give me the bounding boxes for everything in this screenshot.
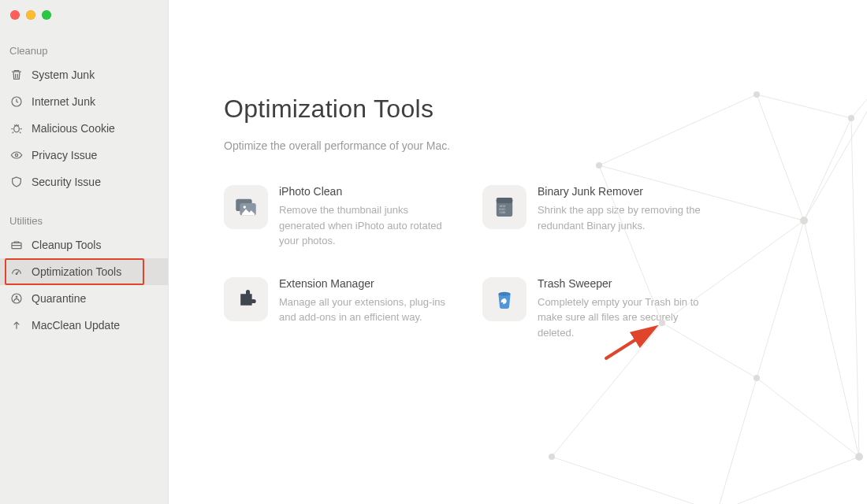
trash-icon [9, 68, 24, 82]
tool-title: Binary Junk Remover [538, 185, 711, 198]
tool-binary-junk-remover[interactable]: 101001011100 Binary Junk Remover Shrink … [482, 185, 727, 249]
sidebar-item-label: Cleanup Tools [32, 239, 101, 251]
sidebar-item-security-issue[interactable]: Security Issue [0, 169, 168, 195]
svg-point-15 [855, 453, 863, 461]
tool-desc: Shrink the app size by removing the redu… [538, 202, 711, 233]
main-content: Optimization Tools Optimize the overall … [169, 0, 867, 504]
sidebar-item-label: Optimization Tools [32, 265, 121, 278]
window-controls [10, 10, 51, 20]
sidebar-item-label: Privacy Issue [32, 149, 97, 161]
tool-desc: Completely empty your Trash bin to make … [538, 295, 711, 341]
photos-icon [224, 185, 268, 229]
sidebar-item-label: System Junk [32, 69, 95, 81]
sidebar-item-macclean-update[interactable]: MacClean Update [0, 312, 168, 339]
tool-desc: Remove the thumbnail junks generated whe… [279, 202, 452, 249]
tool-desc: Manage all your extensions, plug-ins and… [279, 295, 452, 325]
update-arrow-icon [9, 318, 24, 332]
svg-point-25 [498, 291, 510, 295]
sidebar-item-label: Malicious Cookie [32, 122, 115, 135]
sidebar-section-cleanup: System Junk Internet Junk Malicious Cook… [0, 57, 168, 195]
svg-text:1010: 1010 [499, 205, 505, 208]
zoom-window-button[interactable] [42, 10, 51, 20]
quarantine-icon [9, 291, 24, 306]
svg-point-7 [549, 454, 555, 460]
sidebar-item-system-junk[interactable]: System Junk [0, 61, 168, 88]
sidebar-section-utilities-title: Utilities [0, 211, 168, 227]
tool-extension-manager[interactable]: Extension Manager Manage all your extens… [224, 277, 468, 341]
svg-text:0101: 0101 [499, 208, 505, 211]
tool-title: Extension Manager [279, 277, 452, 290]
gauge-icon [9, 265, 24, 279]
sidebar-item-label: Security Issue [32, 176, 101, 188]
page-subtitle: Optimize the overall performance of your… [224, 139, 867, 152]
binary-icon: 101001011100 [482, 185, 527, 229]
svg-text:1100: 1100 [499, 212, 505, 215]
sidebar-item-privacy-issue[interactable]: Privacy Issue [0, 142, 168, 169]
sidebar-section-utilities: Cleanup Tools Optimization Tools Quarant… [0, 227, 168, 339]
sidebar: Cleanup System Junk Internet Junk Malici… [0, 0, 169, 504]
sidebar-item-cleanup-tools[interactable]: Cleanup Tools [0, 232, 168, 258]
eye-icon [9, 148, 24, 162]
sidebar-item-quarantine[interactable]: Quarantine [0, 285, 168, 312]
globe-clock-icon [9, 94, 24, 109]
toolbox-icon [9, 238, 24, 252]
svg-point-4 [16, 273, 17, 275]
sidebar-item-optimization-tools[interactable]: Optimization Tools [0, 258, 168, 285]
minimize-window-button[interactable] [26, 10, 35, 20]
sidebar-section-cleanup-title: Cleanup [0, 41, 168, 57]
svg-point-19 [244, 206, 246, 208]
shield-icon [9, 175, 24, 189]
trash-sweeper-icon [482, 277, 527, 321]
sidebar-item-label: Quarantine [32, 292, 86, 305]
puzzle-icon [224, 277, 268, 321]
sidebar-item-label: Internet Junk [32, 95, 95, 108]
svg-point-14 [754, 375, 760, 381]
tool-iphoto-clean[interactable]: iPhoto Clean Remove the thumbnail junks … [224, 185, 468, 249]
tool-title: iPhoto Clean [279, 185, 452, 198]
svg-point-2 [15, 154, 17, 156]
bug-icon [9, 121, 24, 135]
sidebar-item-malicious-cookie[interactable]: Malicious Cookie [0, 115, 168, 142]
svg-point-1 [14, 126, 20, 132]
sidebar-item-internet-junk[interactable]: Internet Junk [0, 88, 168, 115]
sidebar-item-label: MacClean Update [32, 319, 120, 332]
close-window-button[interactable] [10, 10, 20, 20]
tool-title: Trash Sweeper [538, 277, 711, 290]
tool-trash-sweeper[interactable]: Trash Sweeper Completely empty your Tras… [482, 277, 727, 341]
svg-rect-21 [497, 198, 512, 203]
tools-grid: iPhoto Clean Remove the thumbnail junks … [224, 185, 744, 369]
svg-point-6 [16, 296, 17, 298]
page-title: Optimization Tools [224, 94, 867, 124]
